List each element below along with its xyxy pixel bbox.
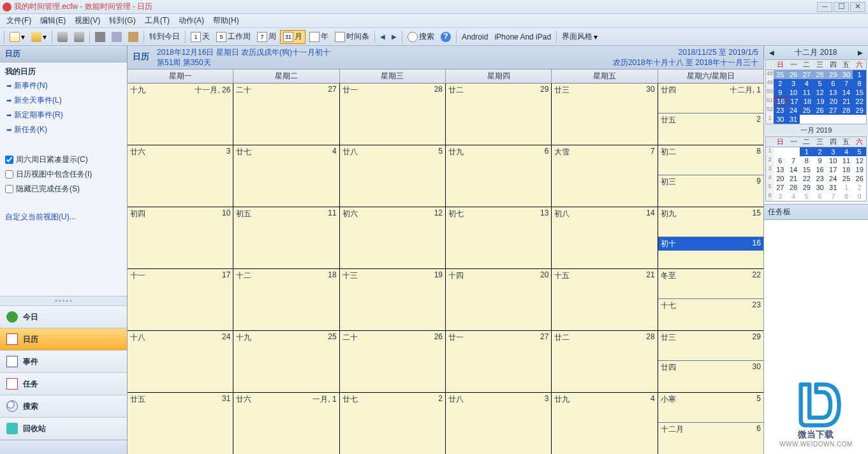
mini-cal-day[interactable]: 8	[800, 156, 813, 165]
calendar-cell[interactable]: 小寒5十二月6	[658, 393, 763, 454]
mini-cal-day[interactable]: 20	[827, 97, 840, 106]
open-button[interactable]: ▾	[29, 30, 49, 44]
mini-cal-day[interactable]: 27	[774, 183, 787, 192]
sidebar-nav-task[interactable]: 任务	[0, 373, 127, 395]
mini-cal-day[interactable]: 15	[800, 165, 813, 174]
menu-item[interactable]: 视图(V)	[71, 14, 104, 27]
mini-cal-day[interactable]: 31	[827, 183, 840, 192]
calendar-cell[interactable]: 廿七2	[340, 393, 446, 454]
checkbox[interactable]	[5, 170, 13, 179]
calendar-cell[interactable]: 二十27	[233, 84, 339, 145]
calendar-cell[interactable]: 十四20	[446, 269, 552, 330]
calendar-cell[interactable]: 初九15初十16	[658, 207, 763, 268]
calendar-cell[interactable]: 廿三30	[552, 84, 658, 145]
mini-cal-day[interactable]: 29	[827, 70, 840, 79]
calendar-cell[interactable]: 初四10	[128, 207, 233, 268]
menu-item[interactable]: 转到(G)	[105, 14, 139, 27]
mini-cal-day[interactable]: 13	[827, 88, 840, 97]
mini-cal-day[interactable]: 10	[787, 88, 800, 97]
calendar-cell[interactable]: 十二18	[233, 269, 339, 330]
calendar-cell[interactable]: 廿四十二月, 1廿五2	[658, 84, 763, 145]
mini-cal-day[interactable]: 9	[774, 88, 787, 97]
mini-cal-day[interactable]: 28	[840, 106, 853, 115]
sidebar-action-link[interactable]: ➡新事件(N)	[5, 78, 122, 93]
mini-cal-day[interactable]: 3	[827, 147, 840, 156]
mini-cal-day[interactable]: 12	[853, 156, 866, 165]
calendar-cell[interactable]: 廿二29	[446, 84, 552, 145]
customize-view-link[interactable]: 自定义当前视图(U)...	[5, 209, 122, 225]
mini-cal-day[interactable]: 4	[787, 192, 800, 201]
mini-cal-day[interactable]: 9	[853, 192, 866, 201]
timeline-button[interactable]: 时间条	[332, 30, 372, 44]
calendar-cell[interactable]: 廿二28	[552, 331, 658, 392]
mini-cal-day[interactable]: 5	[813, 79, 827, 88]
mini-cal-day[interactable]: 14	[840, 88, 853, 97]
calendar-cell[interactable]: 初六12	[340, 207, 446, 268]
mini-cal-day[interactable]: 1	[800, 147, 813, 156]
new-button[interactable]: ▾	[7, 30, 27, 44]
sidebar-nav-search[interactable]: 搜索	[0, 395, 127, 418]
mini-cal-day[interactable]: 21	[840, 97, 853, 106]
mini-cal-day[interactable]: 26	[787, 70, 800, 79]
mini-cal-day[interactable]: 16	[813, 165, 827, 174]
mini-cal-day[interactable]: 7	[840, 79, 853, 88]
calendar-cell[interactable]: 十九25	[233, 331, 339, 392]
mini-cal-day[interactable]: 28	[787, 183, 800, 192]
calendar-cell[interactable]: 廿五31	[128, 393, 233, 454]
calendar-cell[interactable]: 廿八3	[446, 393, 552, 454]
iphone-button[interactable]: iPhone And iPad	[492, 30, 554, 44]
mini-cal-day[interactable]: 26	[853, 174, 866, 183]
calendar-cell[interactable]: 廿六3	[128, 145, 233, 207]
calendar-cell[interactable]: 十一17	[128, 269, 233, 330]
ui-style-button[interactable]: 界面风格 ▾	[559, 30, 600, 44]
calendar-cell[interactable]: 十五21	[552, 269, 658, 330]
calendar-cell[interactable]: 大雪7	[552, 145, 658, 207]
menu-item[interactable]: 动作(A)	[175, 14, 208, 27]
close-button[interactable]: ✕	[850, 2, 865, 12]
maximize-button[interactable]: ☐	[834, 2, 849, 12]
menu-item[interactable]: 文件(F)	[3, 14, 35, 27]
sidebar-checkbox-row[interactable]: 周六周日紧凑显示(C)	[5, 152, 122, 167]
sidebar-nav-calendar[interactable]: 日历	[0, 328, 127, 351]
minimize-button[interactable]: ─	[817, 2, 832, 12]
mini-cal-day[interactable]: 23	[774, 106, 787, 115]
copy-button[interactable]	[109, 30, 124, 44]
calendar-cell[interactable]: 廿三29廿四30	[658, 331, 763, 392]
mini-cal-prev[interactable]: ◀	[767, 49, 777, 56]
calendar-cell[interactable]: 初七13	[446, 207, 552, 268]
year-view-button[interactable]: 年	[307, 30, 331, 44]
mini-cal-day[interactable]: 5	[853, 147, 866, 156]
week-view-button[interactable]: 7周	[254, 30, 279, 44]
calendar-cell[interactable]: 廿九4	[552, 393, 658, 454]
goto-today-button[interactable]: 转到今日	[147, 30, 182, 44]
calendar-cell[interactable]: 初八14	[552, 207, 658, 268]
android-button[interactable]: Android	[459, 30, 490, 44]
calendar-cell[interactable]: 十三19	[340, 269, 446, 330]
sidebar-nav-event[interactable]: 事件	[0, 351, 127, 373]
mini-cal-day[interactable]: 11	[840, 156, 853, 165]
mini-cal-day[interactable]: 27	[827, 106, 840, 115]
mini-cal-day[interactable]: 2	[774, 79, 787, 88]
calendar-cell[interactable]: 冬至22十七23	[658, 269, 763, 330]
mini-cal-day[interactable]: 7	[827, 192, 840, 201]
workweek-view-button[interactable]: 5工作周	[214, 30, 253, 44]
mini-cal-day[interactable]: 2	[813, 147, 827, 156]
calendar-cell[interactable]: 二十26	[340, 331, 446, 392]
mini-cal-day[interactable]: 1	[840, 183, 853, 192]
search-button[interactable]: 搜索	[405, 30, 437, 44]
mini-cal-day[interactable]: 23	[813, 174, 827, 183]
mini-cal-day[interactable]: 6	[813, 192, 827, 201]
mini-cal-day[interactable]: 22	[800, 174, 813, 183]
mini-cal-day[interactable]: 3	[774, 192, 787, 201]
calendar-cell[interactable]: 廿八5	[340, 145, 446, 207]
mini-cal-day[interactable]: 21	[787, 174, 800, 183]
mini-cal-day[interactable]: 28	[813, 70, 827, 79]
help-button[interactable]: ?	[438, 30, 453, 44]
calendar-cell[interactable]: 十九十一月, 26	[128, 84, 233, 145]
mini-cal-day[interactable]: 25	[840, 174, 853, 183]
calendar-cell[interactable]: 廿九6	[446, 145, 552, 207]
mini-cal-day[interactable]: 17	[788, 97, 800, 106]
menu-item[interactable]: 帮助(H)	[209, 14, 243, 27]
mini-cal-day[interactable]: 5	[800, 192, 813, 201]
calendar-cell[interactable]: 廿七4	[233, 145, 339, 207]
